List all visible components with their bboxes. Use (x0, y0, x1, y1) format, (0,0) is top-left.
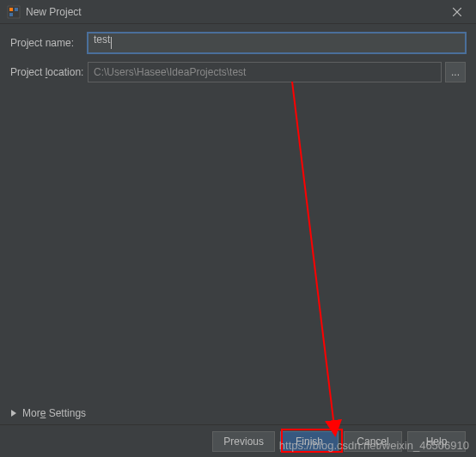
finish-button[interactable]: Finish (280, 431, 339, 452)
browse-button[interactable]: ... (445, 62, 466, 82)
project-name-label: Project name: (10, 37, 88, 49)
chevron-right-icon (10, 410, 17, 417)
svg-line-8 (292, 82, 335, 434)
cancel-button[interactable]: Cancel (344, 431, 402, 452)
browse-label: ... (451, 66, 460, 78)
app-icon (7, 5, 21, 19)
close-button[interactable] (445, 0, 469, 24)
svg-marker-6 (11, 410, 16, 417)
help-button[interactable]: Help (407, 431, 466, 452)
window-title: New Project (26, 6, 445, 18)
project-location-input[interactable]: C:\Users\Hasee\IdeaProjects\test (88, 62, 442, 82)
svg-rect-2 (15, 8, 18, 11)
project-name-input[interactable]: test (88, 33, 466, 53)
more-settings-toggle[interactable]: More Settings (10, 407, 86, 419)
svg-rect-3 (9, 13, 13, 16)
project-name-row: Project name: test (10, 33, 466, 53)
previous-button[interactable]: Previous (212, 431, 275, 452)
project-name-value: test (94, 34, 110, 46)
project-location-row: Project location: C:\Users\Hasee\IdeaPro… (10, 62, 466, 82)
titlebar: New Project (0, 0, 476, 24)
dialog-content: Project name: test Project location: C:\… (0, 24, 476, 100)
project-location-label: Project location: (10, 66, 88, 78)
svg-rect-1 (9, 8, 13, 11)
more-settings-label: More Settings (22, 407, 86, 419)
button-bar: Previous Finish Cancel Help (0, 424, 476, 457)
annotation-arrow (163, 77, 361, 447)
close-icon (453, 8, 461, 16)
project-location-value: C:\Users\Hasee\IdeaProjects\test (94, 66, 246, 78)
